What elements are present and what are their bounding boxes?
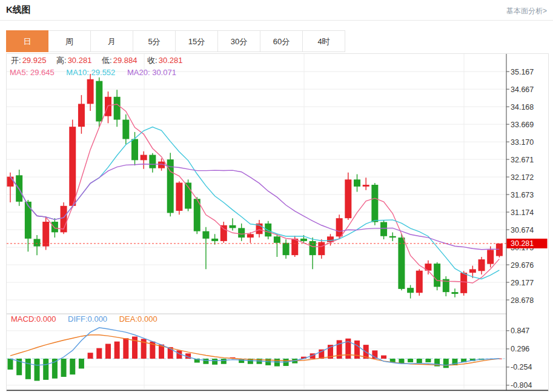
kline-chart-canvas[interactable]: 35.16734.66734.16833.66933.17032.67132.1…: [7, 54, 548, 391]
tab-day[interactable]: 日: [6, 30, 48, 52]
high-label: 高:: [56, 56, 67, 65]
ma-item-2: MA20: 30.071: [127, 68, 176, 77]
ohlc-low: 低:29.884: [102, 56, 137, 65]
ma-item-1: MA10: 29.552: [66, 68, 115, 77]
kline-widget: K线图 基本面分析> 日 周 月 5分 15分 30分 60分 4时 开:29.…: [0, 0, 553, 392]
tab-week[interactable]: 周: [48, 30, 91, 52]
macd-item-1: DIFF:0.000: [68, 314, 107, 324]
low-label: 低:: [102, 56, 112, 65]
svg-text:35.167: 35.167: [511, 68, 534, 76]
ohlc-close: 收:30.281: [147, 56, 182, 65]
y-axis-labels: 35.16734.66734.16833.66933.17032.67132.1…: [506, 68, 534, 390]
header-divider: [0, 20, 553, 21]
diff-label: DIFF:: [68, 314, 88, 324]
ma10-line: [10, 127, 499, 279]
ma10-label: MA10:: [66, 68, 89, 77]
macd-item-0: MACD:0.000: [11, 314, 56, 324]
high-value: 30.281: [68, 56, 92, 65]
open-label: 开:: [11, 56, 21, 65]
current-price-badge: 30.281: [507, 239, 548, 248]
svg-text:33.669: 33.669: [511, 121, 534, 129]
macd-value: 0.000: [36, 314, 56, 324]
dea-value: 0.000: [137, 314, 157, 324]
macd-item-2: DEA:0.000: [119, 314, 157, 324]
ma-item-0: MA5: 29.645: [10, 68, 55, 77]
fundamental-analysis-link[interactable]: 基本面分析>: [506, 6, 547, 16]
page-title: K线图: [6, 4, 31, 16]
svg-text:32.671: 32.671: [511, 156, 534, 164]
ma20-label: MA20:: [127, 68, 150, 77]
ma-lines: [10, 104, 499, 283]
diff-value: 0.000: [88, 314, 108, 324]
svg-text:28.678: 28.678: [511, 296, 534, 305]
low-value: 29.884: [113, 56, 137, 65]
svg-text:29.177: 29.177: [511, 279, 534, 287]
svg-text:0.847: 0.847: [511, 327, 529, 335]
ma-legend: MA5: 29.645 MA10: 29.552 MA20: 30.071: [10, 68, 186, 77]
tab-60min[interactable]: 60分: [260, 30, 303, 52]
svg-text:-0.254: -0.254: [511, 363, 532, 371]
svg-text:30.674: 30.674: [511, 226, 534, 234]
tab-5min[interactable]: 5分: [133, 30, 176, 52]
svg-text:-0.804: -0.804: [511, 381, 532, 390]
period-tabs: 日 周 月 5分 15分 30分 60分 4时: [6, 30, 345, 52]
ohlc-high: 高:30.281: [56, 56, 91, 65]
tab-15min[interactable]: 15分: [176, 30, 218, 52]
svg-text:34.667: 34.667: [511, 85, 534, 94]
tab-30min[interactable]: 30分: [218, 30, 260, 52]
tab-4hour[interactable]: 4时: [303, 30, 345, 52]
dea-label: DEA:: [119, 314, 137, 324]
svg-text:34.168: 34.168: [511, 103, 534, 111]
ma5-label: MA5:: [10, 68, 28, 77]
ma20-value: 30.071: [152, 68, 176, 77]
svg-text:29.676: 29.676: [511, 261, 534, 270]
ma5-value: 29.645: [30, 68, 55, 77]
tab-month[interactable]: 月: [91, 30, 133, 52]
ohlc-legend: 开:29.925 高:30.281 低:29.884 收:30.281: [11, 55, 190, 66]
svg-text:0.296: 0.296: [511, 345, 529, 353]
open-value: 29.925: [22, 56, 47, 65]
close-label: 收:: [147, 56, 157, 65]
svg-text:31.673: 31.673: [511, 191, 534, 199]
svg-text:33.170: 33.170: [511, 138, 534, 147]
svg-text:30.281: 30.281: [511, 239, 534, 248]
svg-text:31.174: 31.174: [511, 208, 534, 217]
ohlc-open: 开:29.925: [11, 56, 46, 65]
svg-text:32.172: 32.172: [511, 173, 534, 182]
macd-legend: MACD:0.000 DIFF:0.000 DEA:0.000: [11, 314, 167, 324]
chart-container: 35.16734.66734.16833.66933.17032.67132.1…: [6, 53, 549, 391]
ma5-line: [10, 104, 499, 283]
ma10-value: 29.552: [91, 68, 116, 77]
close-value: 30.281: [159, 56, 183, 65]
macd-label: MACD:: [11, 314, 36, 324]
